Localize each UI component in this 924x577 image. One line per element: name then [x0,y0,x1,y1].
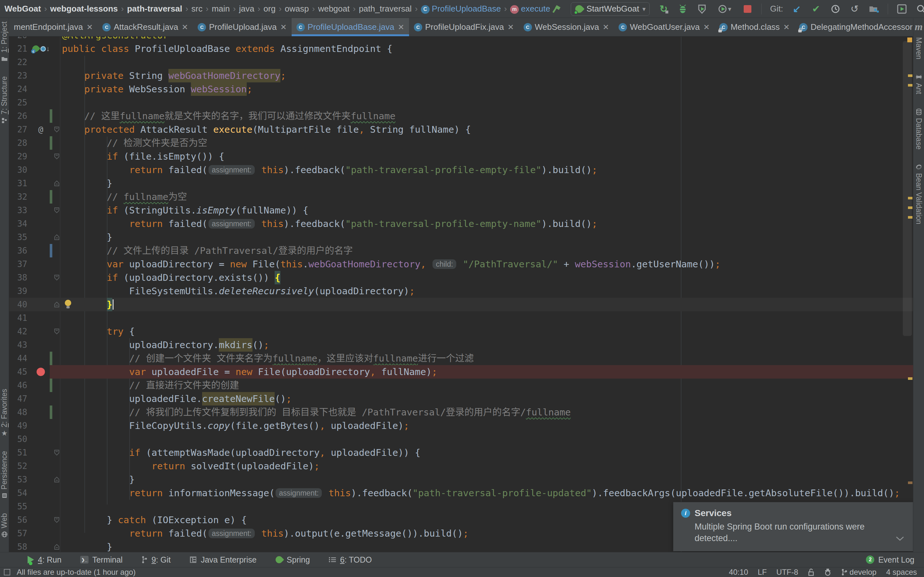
fold-marker[interactable] [53,180,60,187]
breadcrumb-item[interactable]: CProfileUploadBase [420,4,502,14]
fold-marker[interactable] [53,234,60,240]
code-line[interactable]: 54 return informationMessage(assignment:… [9,486,913,500]
close-icon[interactable]: ✕ [703,23,710,32]
tab-profileupload-java[interactable]: CProfileUpload.java✕ [193,18,291,36]
code-line[interactable]: 53 } [9,473,913,486]
change-bar[interactable] [50,190,52,203]
change-bar[interactable] [50,379,52,392]
stripe-button-bean-validation[interactable]: Bean Validation [914,163,923,224]
fold-marker[interactable] [53,274,60,281]
breadcrumb-item[interactable]: webgoat-lessons [49,4,119,14]
code-editor[interactable]: 20@AllArgsConstructor21c↓public class Pr… [9,37,913,552]
breadcrumb-item[interactable]: path-traversal [126,4,184,14]
code-line[interactable]: 48 // 将我们的上传文件复制到我们的 目标目录下也就是 /PathTrave… [9,406,913,419]
fold-marker[interactable] [53,544,60,550]
stripe-button-maven[interactable]: mMaven [914,21,923,59]
indent-setting[interactable]: 4 spaces [886,568,917,577]
code-line[interactable]: 41 [9,311,913,325]
error-stripe-mark[interactable] [908,482,913,484]
code-line[interactable]: 51 if (attemptWasMade(uploadDirectory, u… [9,446,913,459]
error-stripe-mark[interactable] [908,84,913,87]
notification-expand-chevron-icon[interactable] [895,534,905,544]
code-line[interactable]: 33 if (StringUtils.isEmpty(fullName)) { [9,203,913,217]
fold-marker[interactable] [53,328,60,335]
stripe-button--project[interactable]: 1: Project [0,21,9,62]
git-branch-widget[interactable]: develop [841,568,877,577]
breadcrumb-item[interactable]: java [238,4,256,14]
error-stripe-mark[interactable] [908,377,913,380]
code-line[interactable]: 24 private WebSession webSession; [9,82,913,96]
breadcrumb-item[interactable]: src [190,4,204,14]
error-stripe-mark[interactable] [908,216,913,219]
stripe-bookmark-mark[interactable] [907,37,912,42]
tab-websession-java[interactable]: CWebSession.java✕ [519,18,614,36]
close-icon[interactable]: ✕ [86,23,93,32]
code-line[interactable]: 31 } [9,177,913,190]
user-hat-icon[interactable] [824,568,832,576]
breakpoint-icon[interactable] [37,367,45,376]
tab-delegatingmethodaccessorimpl-cl[interactable]: CDelegatingMethodAccessorImpl.cl [795,18,913,36]
code-line[interactable]: 42 try { [9,325,913,338]
toolwindow-button-9-git[interactable]: 9: Git [141,555,171,564]
vcs-status-message[interactable]: All files are up-to-date (1 hour ago) [17,568,136,577]
code-line[interactable]: 22 [9,55,913,69]
code-line[interactable]: 45 var uploadedFile = new File(uploadDir… [9,365,913,379]
stripe-button--favorites[interactable]: 2: Favorites★ [0,389,9,437]
breadcrumb-item[interactable]: org [262,4,277,14]
stripe-button-ant[interactable]: Ant [914,73,923,94]
event-log-button[interactable]: 2 Event Log [866,555,914,564]
stop-icon[interactable] [742,3,753,15]
git-update-icon[interactable]: ↙ [792,3,803,15]
stripe-button-persistence[interactable]: Persistence [0,451,9,499]
code-line[interactable]: 32 // fullname为空 [9,190,913,203]
breadcrumb-item[interactable]: owasp [284,4,310,14]
code-line[interactable]: 52 return solvedIt(uploadedFile); [9,459,913,473]
fold-marker[interactable] [53,153,60,160]
toolwindow-button-4-run[interactable]: 4: Run [27,555,61,564]
error-stripe-mark[interactable] [908,74,913,77]
fold-marker[interactable] [53,301,60,308]
search-everywhere-icon[interactable] [916,3,924,15]
git-history-icon[interactable] [830,3,841,15]
run-with-coverage-icon[interactable] [696,3,708,15]
code-line[interactable]: 40 } [9,298,913,311]
code-line[interactable]: 35 } [9,230,913,244]
toolwindow-button-spring[interactable]: Spring [275,555,310,564]
tab-profileuploadbase-java[interactable]: CProfileUploadBase.java✕ [292,18,409,36]
code-line[interactable]: 37 var uploadDirectory = new File(this.w… [9,258,913,271]
file-encoding[interactable]: UTF-8 [776,568,798,577]
code-line[interactable]: 23 private String webGoatHomeDirectory; [9,69,913,82]
toolwindow-button-java-enterprise[interactable]: Java Enterprise [189,555,257,564]
changes-view-icon[interactable] [869,3,879,15]
code-line[interactable]: 44 // 创建一个文件夹 文件夹名字为fullname，这里应该对fullna… [9,351,913,365]
code-line[interactable]: 43 uploadDirectory.mkdirs(); [9,338,913,351]
fold-marker[interactable] [53,517,60,523]
fold-marker[interactable] [53,476,60,483]
code-line[interactable]: 46 // 直接进行文件夹的创建 [9,379,913,392]
change-bar[interactable] [50,109,52,123]
fold-marker[interactable] [53,207,60,213]
toolwindow-button-terminal[interactable]: ❯_Terminal [80,555,123,564]
error-stripe-mark[interactable] [908,197,913,199]
breadcrumb-item[interactable]: main [210,4,231,14]
toolwindow-toggle-icon[interactable] [4,569,10,575]
spring-bean-icon[interactable]: c [32,45,39,53]
breadcrumb-item[interactable]: mexecute [509,4,551,14]
code-line[interactable]: 36 // 文件上传的目录 /PathTraversal/登录的用户的名字 [9,244,913,258]
error-stripe-mark[interactable] [908,206,913,209]
build-hammer-icon[interactable] [551,3,562,15]
unlock-icon[interactable] [808,568,814,576]
code-line[interactable]: 26 // 这里fullname就是文件夹的名字，我们可以通过修改文件夹full… [9,109,913,123]
code-line[interactable]: 39 FileSystemUtils.deleteRecursively(upl… [9,284,913,298]
stripe-button--structure[interactable]: 7: Structure [0,76,9,124]
code-line[interactable]: 38 if (uploadDirectory.exists()) { [9,271,913,284]
close-icon[interactable]: ✕ [280,23,286,32]
git-rollback-icon[interactable]: ↺ [849,3,860,15]
overridden-marker-icon[interactable]: ↓ [40,45,50,53]
breadcrumb-item[interactable]: WebGoat [3,4,42,14]
fold-marker[interactable] [53,126,60,133]
close-icon[interactable]: ✕ [783,23,790,32]
run-anything-icon[interactable] [897,3,907,15]
tab-attackresult-java[interactable]: CAttackResult.java✕ [97,18,193,36]
close-icon[interactable]: ✕ [507,23,514,32]
